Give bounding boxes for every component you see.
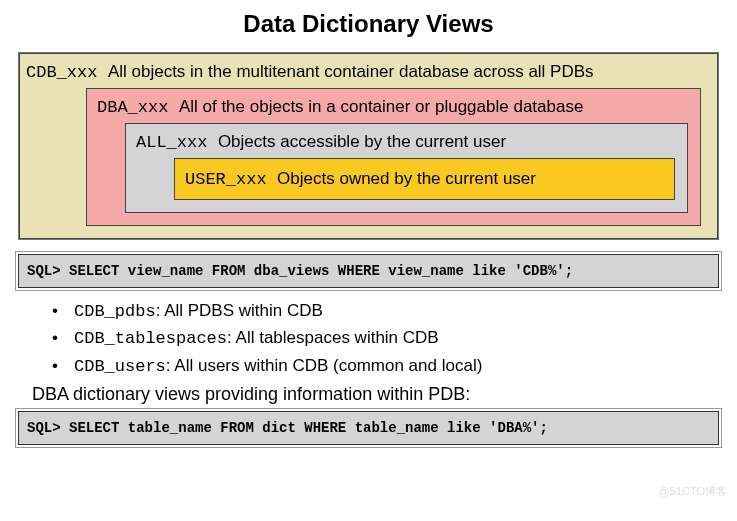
cdb-desc: All objects in the multitenant container… [108, 62, 594, 81]
user-prefix: USER_xxx [185, 170, 267, 189]
dba-desc: All of the objects in a container or plu… [179, 97, 584, 116]
all-prefix: ALL_xxx [136, 133, 207, 152]
view-desc: : All tablespaces within CDB [227, 328, 439, 347]
view-name: CDB_tablespaces [74, 329, 227, 348]
nested-diagram-container: CDB_xxx All objects in the multitenant c… [18, 52, 719, 240]
list-item: CDB_tablespaces: All tablespaces within … [52, 325, 719, 352]
sql-box-1: SQL> SELECT view_name FROM dba_views WHE… [18, 254, 719, 288]
dba-prefix: DBA_xxx [97, 98, 168, 117]
cdb-box: CDB_xxx All objects in the multitenant c… [19, 53, 718, 239]
watermark: @51CTO博客 [659, 484, 727, 499]
sql-box-2: SQL> SELECT table_name FROM dict WHERE t… [18, 411, 719, 445]
user-box: USER_xxx Objects owned by the current us… [174, 158, 675, 200]
dba-box: DBA_xxx All of the objects in a containe… [86, 88, 701, 226]
view-name: CDB_users [74, 357, 166, 376]
view-name: CDB_pdbs [74, 302, 156, 321]
cdb-prefix: CDB_xxx [26, 63, 97, 82]
footer-text: DBA dictionary views providing informati… [32, 384, 719, 405]
all-desc: Objects accessible by the current user [218, 132, 506, 151]
view-list: CDB_pdbs: All PDBS within CDB CDB_tables… [52, 298, 719, 380]
page-title: Data Dictionary Views [18, 10, 719, 38]
view-desc: : All PDBS within CDB [156, 301, 323, 320]
view-desc: : All users within CDB (common and local… [166, 356, 483, 375]
all-box: ALL_xxx Objects accessible by the curren… [125, 123, 688, 213]
user-desc: Objects owned by the current user [277, 169, 536, 188]
list-item: CDB_pdbs: All PDBS within CDB [52, 298, 719, 325]
list-item: CDB_users: All users within CDB (common … [52, 353, 719, 380]
